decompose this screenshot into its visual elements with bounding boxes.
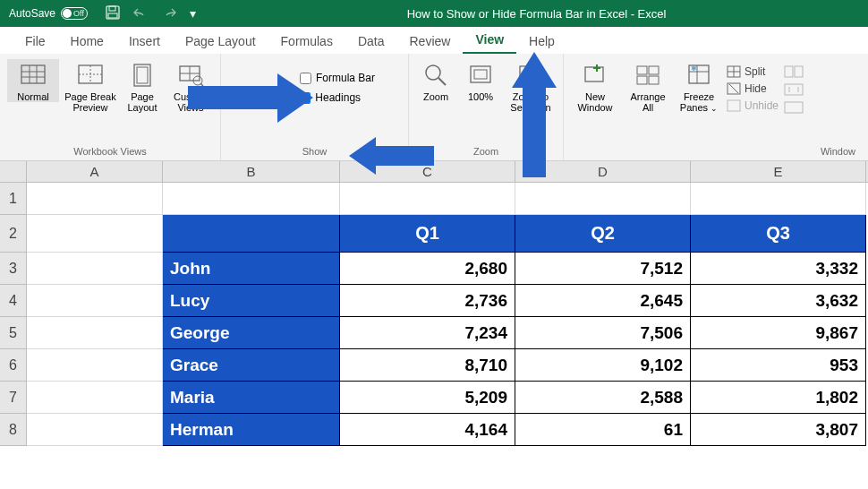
customize-qat-icon[interactable]: ▾	[190, 6, 196, 21]
col-header-a[interactable]: A	[27, 161, 163, 182]
autosave-label: AutoSave	[9, 7, 55, 20]
cell-d2[interactable]: Q2	[515, 215, 691, 253]
cell-d4[interactable]: 2,645	[515, 285, 691, 317]
row-header-5[interactable]: 5	[0, 317, 27, 349]
cell-c5[interactable]: 7,234	[340, 317, 515, 349]
cell-a4[interactable]	[27, 285, 163, 317]
cell-e6[interactable]: 953	[691, 349, 866, 382]
save-icon[interactable]	[106, 5, 120, 22]
tab-home[interactable]: Home	[58, 29, 116, 54]
row-4: 4 Lucy 2,736 2,645 3,632	[0, 285, 868, 317]
hide-label: Hide	[745, 82, 767, 95]
split-button[interactable]: Split	[727, 64, 779, 79]
cell-e4[interactable]: 3,632	[691, 285, 866, 317]
cell-c6[interactable]: 8,710	[340, 349, 515, 382]
cell-d8[interactable]: 61	[515, 414, 691, 446]
cell-b4[interactable]: Lucy	[163, 285, 340, 317]
svg-rect-44	[795, 66, 803, 77]
page-break-label: Page Break Preview	[64, 91, 116, 113]
cell-b8[interactable]: Herman	[163, 414, 340, 446]
cell-e5[interactable]: 9,867	[691, 317, 866, 349]
cell-a1[interactable]	[27, 183, 163, 215]
cell-e7[interactable]: 1,802	[691, 382, 866, 414]
cell-d5[interactable]: 7,506	[515, 317, 691, 349]
cell-a5[interactable]	[27, 317, 163, 349]
toggle-switch[interactable]: Off	[61, 7, 88, 20]
cell-a2[interactable]	[27, 215, 163, 253]
cell-e8[interactable]: 3,807	[691, 414, 866, 446]
row-header-4[interactable]: 4	[0, 285, 27, 317]
tab-data[interactable]: Data	[345, 29, 397, 54]
select-all-corner[interactable]	[0, 161, 27, 182]
cell-a8[interactable]	[27, 414, 163, 446]
freeze-panes-button[interactable]: ✱ Freeze Panes ⌄	[677, 59, 721, 114]
tab-help[interactable]: Help	[516, 29, 567, 54]
svg-rect-26	[585, 67, 603, 82]
col-header-e[interactable]: E	[691, 161, 866, 182]
tab-view[interactable]: View	[463, 27, 516, 54]
row-header-3[interactable]: 3	[0, 253, 27, 285]
cell-b1[interactable]	[163, 183, 340, 215]
svg-line-19	[438, 78, 446, 85]
tab-file[interactable]: File	[13, 29, 58, 54]
cell-c1[interactable]	[340, 183, 515, 215]
col-header-b[interactable]: B	[163, 161, 340, 182]
reset-window-icon[interactable]	[784, 100, 804, 115]
cell-d3[interactable]: 7,512	[515, 253, 691, 285]
row-header-8[interactable]: 8	[0, 414, 27, 446]
cell-c4[interactable]: 2,736	[340, 285, 515, 317]
row-header-6[interactable]: 6	[0, 349, 27, 382]
svg-rect-32	[649, 76, 659, 84]
tab-review[interactable]: Review	[397, 29, 464, 54]
row-1: 1	[0, 183, 868, 215]
normal-view-button[interactable]: Normal	[7, 59, 59, 102]
window-title: How to Show or Hide Formula Bar in Excel…	[205, 7, 868, 21]
row-3: 3 John 2,680 7,512 3,332	[0, 253, 868, 285]
cell-c3[interactable]: 2,680	[340, 253, 515, 285]
cell-c7[interactable]: 5,209	[340, 382, 515, 414]
row-header-7[interactable]: 7	[0, 382, 27, 414]
cell-a6[interactable]	[27, 349, 163, 382]
zoom-100-button[interactable]: 100%	[461, 59, 500, 102]
tab-insert[interactable]: Insert	[116, 29, 173, 54]
tab-formulas[interactable]: Formulas	[268, 29, 345, 54]
autosave-toggle[interactable]: AutoSave Off	[0, 7, 97, 20]
row-2: 2 Q1 Q2 Q3	[0, 215, 868, 253]
cell-b2[interactable]	[163, 215, 340, 253]
cell-e2[interactable]: Q3	[691, 215, 866, 253]
svg-rect-21	[474, 70, 487, 79]
view-side-by-side-icon[interactable]	[784, 64, 804, 79]
cell-e3[interactable]: 3,332	[691, 253, 866, 285]
zoom-button[interactable]: Zoom	[416, 59, 455, 102]
undo-icon[interactable]	[132, 6, 149, 21]
row-header-2[interactable]: 2	[0, 215, 27, 253]
hide-button[interactable]: Hide	[727, 82, 779, 96]
page-layout-button[interactable]: Page Layout	[122, 59, 163, 113]
zoom-label: Zoom	[423, 91, 448, 102]
cell-b6[interactable]: Grace	[163, 349, 340, 382]
row-6: 6 Grace 8,710 9,102 953	[0, 349, 868, 382]
cell-c2[interactable]: Q1	[340, 215, 515, 253]
ribbon: Normal Page Break Preview Page Layout Cu…	[0, 54, 868, 161]
unhide-button: Unhide	[727, 99, 779, 113]
cell-a3[interactable]	[27, 253, 163, 285]
cell-d7[interactable]: 2,588	[515, 382, 691, 414]
cell-b5[interactable]: George	[163, 317, 340, 349]
cell-e1[interactable]	[691, 183, 866, 215]
row-5: 5 George 7,234 7,506 9,867	[0, 317, 868, 349]
row-header-1[interactable]: 1	[0, 183, 27, 215]
cell-d6[interactable]: 9,102	[515, 349, 691, 382]
split-label: Split	[745, 65, 765, 78]
svg-rect-43	[785, 66, 793, 77]
arrange-all-button[interactable]: Arrange All	[625, 59, 671, 113]
redo-icon[interactable]	[161, 6, 177, 21]
cell-a7[interactable]	[27, 382, 163, 414]
sync-scroll-icon[interactable]	[784, 82, 804, 97]
cell-b3[interactable]: John	[163, 253, 340, 285]
cell-c8[interactable]: 4,164	[340, 414, 515, 446]
page-break-preview-button[interactable]: Page Break Preview	[64, 59, 116, 113]
new-window-button[interactable]: New Window	[571, 59, 619, 113]
tab-page-layout[interactable]: Page Layout	[173, 29, 268, 54]
cell-b7[interactable]: Maria	[163, 382, 340, 414]
cell-d1[interactable]	[515, 183, 691, 215]
